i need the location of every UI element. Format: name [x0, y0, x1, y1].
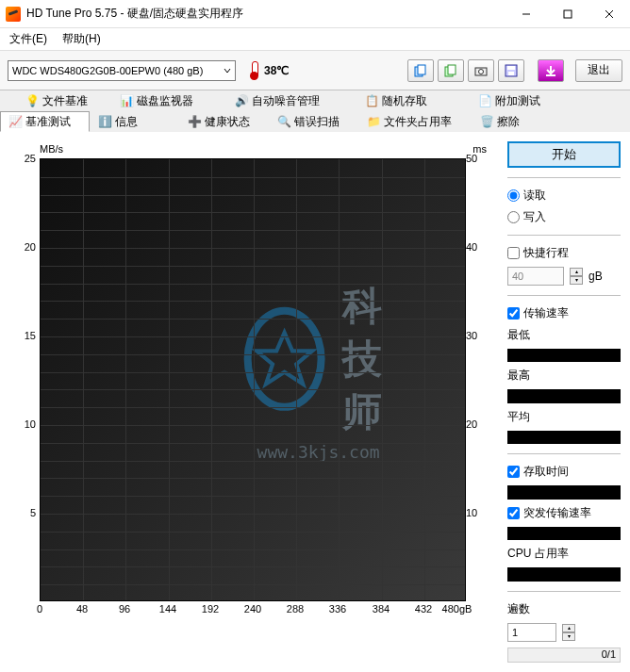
tab-erase[interactable]: 🗑️擦除	[472, 111, 561, 132]
drive-selected: WDC WDS480G2G0B-00EPW0 (480 gB)	[12, 65, 203, 76]
y-tick: 20	[13, 241, 36, 253]
y-tick: 5	[13, 507, 36, 518]
svg-rect-12	[508, 72, 514, 75]
side-panel: 开始 读取 写入 快捷行程 ▴▾ gB 传输速率 最低 最高 平均 存取时间 突…	[498, 132, 630, 672]
x-tick: 0	[37, 603, 42, 615]
y2-tick: 50	[466, 153, 485, 164]
monitor-icon: 📊	[120, 94, 133, 107]
temperature-display: 38℃	[249, 61, 289, 80]
copy-text-button[interactable]	[438, 59, 464, 82]
tab-noise[interactable]: 🔊自动噪音管理	[226, 90, 356, 111]
quick-unit: gB	[589, 270, 603, 283]
avg-label: 平均	[507, 409, 621, 425]
max-label: 最高	[507, 368, 621, 384]
burst-value	[507, 527, 621, 541]
watermark-url: www.3kjs.com	[244, 442, 393, 462]
maximize-button[interactable]	[547, 0, 589, 27]
health-icon: ➕	[188, 115, 201, 128]
y-axis-left-label: MB/s	[40, 143, 63, 155]
min-label: 最低	[507, 327, 621, 343]
burst-checkbox-input[interactable]	[507, 507, 520, 519]
spin-up[interactable]: ▴	[562, 624, 575, 632]
tab-info[interactable]: ℹ️信息	[90, 111, 179, 132]
start-button[interactable]: 开始	[507, 141, 621, 168]
gauge-icon: 📈	[8, 115, 22, 128]
x-tick: 384	[373, 603, 390, 615]
toolbar: WDC WDS480G2G0B-00EPW0 (480 gB) 38℃ 退出	[0, 51, 630, 90]
divider	[507, 235, 621, 236]
copy-info-button[interactable]	[407, 59, 434, 82]
tab-error[interactable]: 🔍错误扫描	[269, 111, 358, 132]
x-tick: 336	[329, 603, 346, 615]
menu-help[interactable]: 帮助(H)	[58, 29, 105, 49]
avg-value	[507, 431, 621, 445]
exit-button[interactable]: 退出	[575, 59, 622, 82]
download-button[interactable]	[538, 59, 564, 82]
y2-tick: 30	[466, 330, 485, 341]
menu-file[interactable]: 文件(E)	[6, 29, 51, 49]
burst-checkbox[interactable]: 突发传输速率	[507, 505, 621, 521]
thermometer-icon	[249, 61, 260, 80]
access-time-checkbox-input[interactable]	[507, 466, 520, 478]
tab-usage[interactable]: 📁文件夹占用率	[358, 111, 472, 132]
svg-rect-5	[418, 65, 425, 74]
x-tick: 240	[244, 603, 261, 615]
save-button[interactable]	[498, 59, 524, 82]
write-radio[interactable]: 写入	[507, 209, 621, 225]
info-icon: ℹ️	[98, 115, 111, 128]
min-value	[507, 349, 621, 363]
window-controls	[506, 0, 630, 27]
y2-tick: 10	[466, 507, 485, 518]
menubar: 文件(E) 帮助(H)	[0, 28, 630, 51]
y2-tick: 20	[466, 418, 485, 430]
chart-area: grid drawn via loop below 科技师 www.3kjs.c…	[40, 158, 466, 601]
quick-value-input[interactable]	[507, 267, 564, 286]
write-radio-input[interactable]	[507, 211, 520, 223]
quick-checkbox[interactable]: 快捷行程	[507, 245, 621, 261]
svg-rect-1	[564, 10, 572, 18]
x-tick: 432	[415, 603, 432, 615]
quick-checkbox-input[interactable]	[507, 247, 520, 259]
close-button[interactable]	[589, 0, 630, 27]
trash-icon: 🗑️	[480, 115, 493, 128]
transfer-rate-checkbox-input[interactable]	[507, 307, 520, 320]
tab-strip: 💡文件基准 📊磁盘监视器 🔊自动噪音管理 📋随机存取 📄附加测试 📈基准测试 ℹ…	[0, 90, 630, 132]
y2-tick: 40	[466, 241, 485, 253]
spin-up[interactable]: ▴	[570, 268, 583, 276]
clipboard-icon: 📄	[478, 94, 491, 107]
svg-rect-11	[507, 66, 515, 70]
x-tick: 96	[119, 603, 130, 615]
tab-file-base[interactable]: 💡文件基准	[17, 90, 111, 111]
loops-input[interactable]	[507, 623, 556, 642]
tab-disk-monitor[interactable]: 📊磁盘监视器	[111, 90, 226, 111]
search-icon: 🔍	[277, 115, 290, 128]
x-tick: 480gB	[442, 603, 472, 615]
window-title: HD Tune Pro 5.75 - 硬盘/固态硬盘实用程序	[26, 6, 506, 22]
tab-health[interactable]: ➕健康状态	[179, 111, 269, 132]
chevron-down-icon	[224, 65, 231, 76]
read-radio[interactable]: 读取	[507, 188, 621, 204]
transfer-rate-checkbox[interactable]: 传输速率	[507, 305, 621, 321]
x-tick: 288	[287, 603, 304, 615]
read-radio-input[interactable]	[507, 189, 520, 202]
access-time-checkbox[interactable]: 存取时间	[507, 464, 621, 480]
minimize-button[interactable]	[506, 0, 547, 27]
x-tick: 48	[76, 603, 88, 615]
tab-benchmark[interactable]: 📈基准测试	[0, 111, 90, 132]
drive-selector[interactable]: WDC WDS480G2G0B-00EPW0 (480 gB)	[8, 60, 236, 81]
spin-down[interactable]: ▾	[570, 276, 583, 285]
watermark: 科技师 www.3kjs.com	[244, 280, 393, 462]
titlebar: HD Tune Pro 5.75 - 硬盘/固态硬盘实用程序	[0, 0, 630, 28]
divider	[507, 177, 621, 178]
folder-icon: 📁	[367, 115, 380, 128]
access-time-value	[507, 485, 621, 500]
svg-rect-7	[448, 65, 456, 74]
cpu-value	[507, 567, 621, 582]
x-tick: 144	[159, 603, 176, 615]
speaker-icon: 🔊	[235, 94, 248, 107]
tab-extra[interactable]: 📄附加测试	[470, 90, 573, 111]
divider	[507, 295, 621, 296]
tab-random[interactable]: 📋随机存取	[356, 90, 470, 111]
screenshot-button[interactable]	[468, 59, 494, 82]
spin-down[interactable]: ▾	[562, 632, 575, 641]
